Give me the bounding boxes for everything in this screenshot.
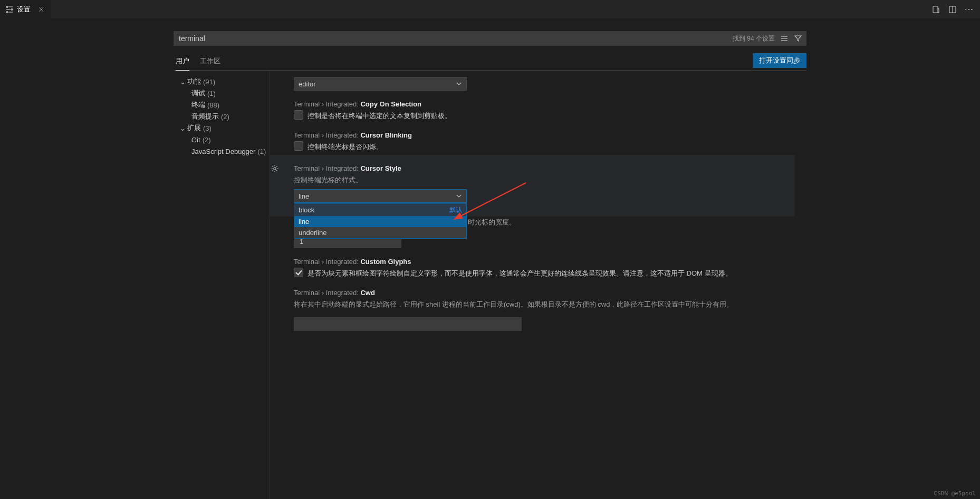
tree-count: (2): [221, 113, 229, 121]
cursor-width-suffix: 时光标的宽度。: [468, 218, 516, 226]
watermark: CSDN @e5pool: [934, 490, 976, 497]
setting-title: Terminal › Integrated: Cursor Blinking: [294, 131, 795, 139]
setting-item-custom-glyphs: Terminal › Integrated: Custom Glyphs 是否为…: [281, 250, 795, 281]
setting-desc: 控制是否将在终端中选定的文本复制到剪贴板。: [308, 110, 451, 122]
search-suffix: 找到 94 个设置: [733, 31, 802, 46]
title-actions: ···: [925, 5, 980, 14]
setting-crumb: Terminal › Integrated:: [294, 164, 360, 172]
tree-count: (3): [203, 124, 212, 132]
clear-search-icon[interactable]: [780, 34, 789, 43]
setting-crumb: Terminal › Integrated:: [294, 289, 360, 297]
setting-item-cursor-style: Terminal › Integrated: Cursor Style 控制终端…: [270, 155, 795, 217]
settings-tree: ⌄ 功能 (91) 调试 (1) 终端 (88) 音频提示 (2) ⌄ 扩展 (…: [174, 71, 270, 499]
tree-count: (2): [203, 136, 211, 144]
title-bar: 设置 ···: [0, 0, 980, 18]
settings-body: ⌄ 功能 (91) 调试 (1) 终端 (88) 音频提示 (2) ⌄ 扩展 (…: [174, 71, 806, 499]
option-label: block: [299, 206, 314, 214]
chevron-down-icon: ⌄: [180, 124, 187, 132]
select-editor[interactable]: editor: [294, 77, 467, 91]
tree-item-jsdebugger[interactable]: JavaScript Debugger (1): [174, 145, 269, 157]
tree-count: (91): [203, 78, 215, 86]
setting-crumb: Terminal › Integrated:: [294, 131, 360, 139]
setting-name: Copy On Selection: [360, 100, 421, 108]
tree-item-features[interactable]: ⌄ 功能 (91): [174, 76, 269, 87]
tree-count: (88): [207, 101, 219, 109]
checkbox-custom-glyphs[interactable]: [294, 268, 303, 277]
svg-point-3: [11, 8, 13, 10]
tree-label: 调试: [191, 89, 205, 98]
tree-label: 音频提示: [191, 112, 219, 121]
checkbox-copy-on-selection[interactable]: [294, 110, 303, 120]
tree-label: 终端: [191, 100, 205, 110]
search-row: 找到 94 个设置: [174, 31, 806, 46]
tree-item-terminal[interactable]: 终端 (88): [174, 99, 269, 111]
tab-settings[interactable]: 设置: [0, 0, 51, 18]
setting-desc: 控制终端光标的样式。: [294, 174, 784, 186]
setting-title: Terminal › Integrated: Custom Glyphs: [294, 258, 795, 266]
checkbox-cursor-blinking[interactable]: [294, 141, 303, 151]
svg-rect-8: [933, 6, 938, 13]
tree-count: (1): [207, 90, 216, 97]
setting-crumb: Terminal › Integrated:: [294, 100, 360, 108]
tree-count: (1): [257, 148, 266, 155]
scope-tabs-row: 用户 工作区 打开设置同步: [174, 53, 806, 71]
option-label: underline: [299, 229, 327, 237]
gear-icon[interactable]: [271, 164, 279, 173]
tree-item-git[interactable]: Git (2): [174, 134, 269, 145]
dropdown-cursor-style: line block 默认 line: [294, 189, 784, 203]
setting-desc: 将在其中启动终端的显式起始路径，它用作 shell 进程的当前工作目录(cwd)…: [294, 299, 795, 310]
search-result-count: 找到 94 个设置: [733, 34, 775, 43]
option-line[interactable]: line: [294, 216, 466, 227]
settings-editor: 找到 94 个设置 用户 工作区 打开设置同步 ⌄ 功能 (91): [0, 18, 980, 499]
setting-title: Terminal › Integrated: Cwd: [294, 289, 795, 297]
settings-list-icon: [5, 5, 14, 14]
tree-item-audio[interactable]: 音频提示 (2): [174, 111, 269, 122]
filter-icon[interactable]: [794, 34, 802, 43]
new-file-icon[interactable]: [931, 5, 940, 14]
scope-tab-user[interactable]: 用户: [176, 53, 189, 71]
setting-title: Terminal › Integrated: Copy On Selection: [294, 100, 795, 108]
setting-title: Terminal › Integrated: Cursor Style: [294, 164, 784, 172]
tree-label: Git: [191, 136, 200, 144]
setting-name: Custom Glyphs: [360, 258, 411, 266]
setting-item-cursor-blinking: Terminal › Integrated: Cursor Blinking 控…: [281, 124, 795, 155]
select-cursor-style[interactable]: line: [294, 189, 467, 203]
svg-point-5: [6, 11, 8, 13]
option-underline[interactable]: underline: [294, 227, 466, 238]
select-value: line: [299, 192, 309, 200]
chevron-down-icon: [456, 81, 462, 87]
open-settings-sync-button[interactable]: 打开设置同步: [753, 53, 806, 68]
option-block[interactable]: block 默认: [294, 204, 466, 216]
scope-tab-workspace[interactable]: 工作区: [200, 53, 220, 70]
svg-point-1: [6, 6, 8, 7]
default-badge: 默认: [449, 206, 462, 214]
setting-name: Cursor Blinking: [360, 131, 412, 139]
chevron-down-icon: [456, 193, 462, 199]
option-label: line: [299, 218, 309, 226]
tree-label: 扩展: [187, 123, 201, 133]
setting-item-top-select: editor: [281, 74, 795, 93]
search-input[interactable]: [174, 31, 806, 46]
setting-desc: 是否为块元素和框绘图字符绘制自定义字形，而不是使用字体，这通常会产生更好的连续线…: [308, 268, 732, 279]
tree-label: JavaScript Debugger: [191, 148, 255, 155]
tab-title: 设置: [17, 5, 31, 14]
chevron-down-icon: ⌄: [180, 78, 187, 86]
input-cwd[interactable]: [294, 317, 522, 331]
setting-name: Cursor Style: [360, 164, 401, 172]
setting-crumb: Terminal › Integrated:: [294, 258, 360, 266]
split-editor-icon[interactable]: [948, 5, 957, 14]
dropdown-list-cursor-style: block 默认 line underline: [294, 203, 467, 239]
select-value: editor: [299, 80, 316, 88]
scope-tabs: 用户 工作区: [174, 53, 220, 70]
setting-desc: 控制终端光标是否闪烁。: [308, 141, 383, 153]
setting-item-cwd: Terminal › Integrated: Cwd 将在其中启动终端的显式起始…: [281, 281, 795, 332]
tree-label: 功能: [187, 77, 201, 86]
setting-name: Cwd: [360, 289, 374, 297]
setting-item-copy-on-selection: Terminal › Integrated: Copy On Selection…: [281, 93, 795, 124]
settings-list[interactable]: editor Terminal › Integrated: Copy On Se…: [270, 71, 806, 499]
tab-group: 设置: [0, 0, 51, 18]
close-icon[interactable]: [37, 5, 45, 14]
more-actions-icon[interactable]: ···: [965, 5, 974, 14]
tree-item-debug[interactable]: 调试 (1): [174, 87, 269, 99]
tree-item-extensions[interactable]: ⌄ 扩展 (3): [174, 122, 269, 134]
